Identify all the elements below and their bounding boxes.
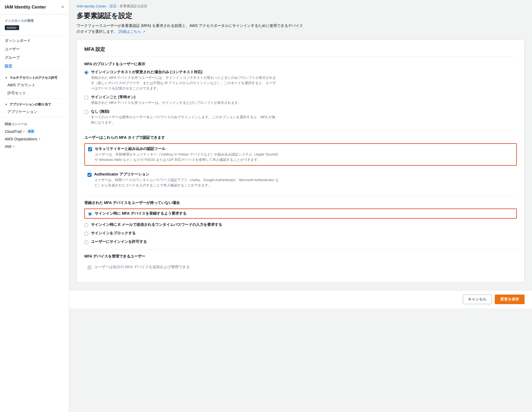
sidebar: IAM Identity Center × インスタンスの管理 ssoins- … — [0, 0, 69, 412]
main-content: IAM Identity Center › 設定 › 多要素認証を設定 多要素認… — [69, 0, 532, 412]
external-link-icon-organizations: ↗ — [38, 137, 40, 141]
page-header: 多要素認証を設定 ワークフォースユーザーが多要素認証 (MFA) を要求される頻… — [69, 9, 532, 39]
radio-option-allow-signin: ユーザーにサインインを許可する — [84, 239, 517, 244]
section-sep-2 — [84, 195, 517, 196]
radio-allow-signin-label[interactable]: ユーザーにサインインを許可する — [91, 239, 147, 244]
sidebar-item-permission-sets[interactable]: 許可セット — [0, 89, 69, 97]
radio-option-email-otp: サインイン時に E メールで送信されるワンタイムパスワードの入力を要求する — [84, 222, 517, 227]
radio-option-none: なし (無効) すべてのユーザーは標準のユーザー名とパスワードのみでサインインし… — [84, 109, 517, 125]
checkbox-self-manage: ユーザーは自分の MFA デバイスを追加および管理できる — [84, 262, 517, 272]
radio-none[interactable] — [84, 110, 88, 114]
mfa-settings-card: MFA 設定 MFA のプロンプトをユーザーに表示 サインインコンテキストが変更… — [77, 39, 525, 283]
checkbox-authenticator-app-label[interactable]: Authenticator アプリケーション — [94, 172, 149, 176]
breadcrumb: IAM Identity Center › 設定 › 多要素認証を設定 — [69, 0, 532, 9]
sidebar-item-dashboard[interactable]: ダッシュボード — [0, 36, 69, 45]
checkbox-security-key: セキュリティキーと組み込みの認証ツール ユーザーは、外部物理セキュリティキー（Y… — [84, 143, 517, 166]
sidebar-item-aws-organizations[interactable]: AWS Organizations ↗ — [0, 135, 69, 143]
multi-account-arrow-icon: ▼ — [5, 76, 8, 79]
sidebar-divider-2 — [0, 72, 69, 72]
radio-none-desc: すべてのユーザーは標準のユーザー名とパスワードのみでサインインします。このオプシ… — [91, 115, 277, 125]
radio-register-at-signin-label[interactable]: サインイン時に MFA デバイスを登録するよう要求する — [95, 211, 186, 215]
no-device-section-label: 登録された MFA デバイスをユーザーが持っていない場合 — [84, 201, 517, 205]
checkbox-security-key-label[interactable]: セキュリティキーと組み込みの認証ツール — [95, 146, 165, 151]
radio-email-otp[interactable] — [84, 223, 88, 227]
radio-register-at-signin[interactable] — [88, 212, 92, 216]
sidebar-divider-3 — [0, 98, 69, 99]
radio-allow-signin[interactable] — [84, 240, 88, 244]
instance-section-label: インスタンスの管理 — [0, 14, 69, 24]
breadcrumb-iam-identity-center[interactable]: IAM Identity Center — [77, 4, 106, 8]
external-link-icon-detail: ↗ — [143, 30, 145, 34]
section-sep-3 — [84, 249, 517, 249]
footer-actions: キャンセル 変更を保存 — [69, 290, 532, 308]
sidebar-close-button[interactable]: × — [61, 4, 64, 10]
checkbox-authenticator-app-desc: ユーザーは、時間ベースのワンタイムパスワード認証アプリ（Authy、Google… — [94, 177, 280, 188]
section-sep-1 — [84, 130, 517, 130]
external-link-icon-cloudtrail: ↗ — [22, 130, 25, 133]
sidebar-title: IAM Identity Center — [5, 5, 46, 10]
sidebar-item-cloudtrail[interactable]: CloudTrail ↗ 推奨 — [0, 128, 69, 135]
types-section-label: ユーザーはこれらの MFA タイプで認証できます — [84, 135, 517, 140]
radio-block-signin[interactable] — [84, 232, 88, 236]
radio-none-label[interactable]: なし (無効) — [91, 109, 109, 113]
sidebar-item-iam[interactable]: IAM ↗ — [0, 143, 69, 150]
detail-link[interactable]: 詳細はこちら ↗ — [119, 29, 145, 34]
radio-block-signin-label[interactable]: サインインをブロックする — [91, 231, 136, 235]
sidebar-item-settings[interactable]: 設定 — [0, 62, 69, 71]
checkbox-security-key-desc: ユーザーは、外部物理セキュリティキー（YubiKey や Feitian デバイ… — [95, 152, 281, 162]
sidebar-item-aws-accounts[interactable]: AWS アカウント — [0, 81, 69, 89]
breadcrumb-current: 多要素認証を設定 — [120, 4, 147, 9]
related-label: 関連コンソール — [0, 118, 69, 128]
sidebar-item-users[interactable]: ユーザー — [0, 45, 69, 54]
recommended-badge: 推奨 — [26, 129, 36, 134]
app-assign-label: ▼ アプリケーションの割り当て — [0, 100, 69, 108]
checkbox-self-manage-label: ユーザーは自分の MFA デバイスを追加および管理できる — [94, 265, 190, 269]
external-link-icon-iam: ↗ — [12, 145, 15, 148]
radio-every-signin[interactable] — [84, 96, 88, 100]
checkbox-authenticator-app: Authenticator アプリケーション ユーザーは、時間ベースのワンタイム… — [84, 169, 517, 191]
instance-id-block: ssoins- — [0, 24, 69, 34]
prompt-section-label: MFA のプロンプトをユーザーに表示 — [84, 62, 517, 67]
instance-id: ssoins- — [5, 25, 19, 30]
checkbox-authenticator-app-input[interactable] — [88, 173, 92, 177]
radio-option-register-at-signin: サインイン時に MFA デバイスを登録するよう要求する — [84, 209, 517, 219]
page-description: ワークフォースユーザーが多要素認証 (MFA) を要求される頻度と、AWS アク… — [77, 23, 305, 35]
sidebar-header: IAM Identity Center × — [0, 0, 69, 14]
breadcrumb-sep-2: › — [118, 4, 119, 8]
checkbox-security-key-input[interactable] — [88, 147, 92, 151]
radio-context-aware-desc: 登録された MFA デバイスを持つユーザーには、サインインコンテキストが変わった… — [91, 75, 277, 91]
checkbox-self-manage-input — [88, 266, 92, 270]
radio-option-context-aware: サインインコンテキストが変更された場合のみ (コンテキスト対応) 登録された M… — [84, 70, 517, 91]
app-assign-arrow-icon: ▼ — [5, 103, 8, 106]
sidebar-divider-4 — [0, 117, 69, 117]
manage-section-label: MFA デバイスを管理できるユーザー — [84, 254, 517, 259]
radio-context-aware[interactable] — [84, 71, 88, 75]
page-title: 多要素認証を設定 — [77, 11, 525, 21]
breadcrumb-settings[interactable]: 設定 — [110, 4, 117, 9]
radio-option-every-signin: サインインごと (常時オン) 登録された MFA デバイスを持つユーザーは、サイ… — [84, 95, 517, 105]
breadcrumb-sep-1: › — [107, 4, 108, 8]
radio-option-block-signin: サインインをブロックする — [84, 231, 517, 236]
radio-context-aware-label[interactable]: サインインコンテキストが変更された場合のみ (コンテキスト対応) — [91, 70, 202, 74]
sidebar-item-applications[interactable]: アプリケーション — [0, 108, 69, 116]
radio-every-signin-desc: 登録された MFA デバイスを持つユーザーは、サインインするたびにプロンプトが表… — [91, 100, 242, 105]
mfa-card-title: MFA 設定 — [84, 46, 517, 56]
save-button[interactable]: 変更を保存 — [495, 295, 525, 304]
radio-email-otp-label[interactable]: サインイン時に E メールで送信されるワンタイムパスワードの入力を要求する — [91, 222, 222, 227]
sidebar-divider-1 — [0, 35, 69, 35]
multi-account-label: ▼ マルチアカウントのアクセス許可 — [0, 73, 69, 81]
cancel-button[interactable]: キャンセル — [463, 295, 492, 304]
radio-every-signin-label[interactable]: サインインごと (常時オン) — [91, 95, 135, 99]
sidebar-item-groups[interactable]: グループ — [0, 54, 69, 62]
